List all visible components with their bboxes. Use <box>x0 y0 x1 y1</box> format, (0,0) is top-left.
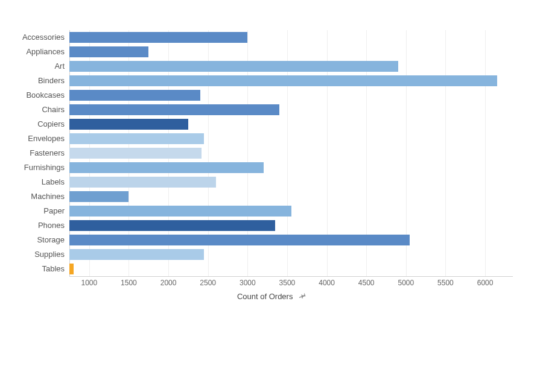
x-tick-label: 4500 <box>358 279 375 287</box>
bar-row <box>69 189 513 204</box>
bar-row <box>69 247 513 262</box>
bar-row <box>69 45 513 59</box>
bar-row <box>69 175 513 189</box>
y-tick-label: Supplies <box>0 247 65 262</box>
pin-icon[interactable] <box>297 291 307 302</box>
y-tick-label: Tables <box>0 262 65 276</box>
y-tick-label: Art <box>0 59 65 74</box>
bar[interactable] <box>69 177 216 188</box>
bar-row <box>69 59 513 74</box>
y-tick-label: Storage <box>0 233 65 247</box>
y-tick-label: Binders <box>0 74 65 88</box>
bar[interactable] <box>69 264 74 274</box>
bar[interactable] <box>69 32 247 43</box>
bar-row <box>69 218 513 233</box>
y-tick-label: Copiers <box>0 117 65 131</box>
plot-area <box>69 30 513 276</box>
x-axis-line <box>69 276 513 277</box>
bar-row <box>69 103 513 117</box>
bar-row <box>69 160 513 175</box>
y-tick-label: Envelopes <box>0 131 65 146</box>
bar[interactable] <box>69 191 129 202</box>
y-tick-label: Accessories <box>0 30 65 45</box>
bar[interactable] <box>69 148 202 159</box>
bar[interactable] <box>69 46 148 57</box>
x-tick-label: 2500 <box>200 279 216 287</box>
bar-row <box>69 262 513 276</box>
x-tick-label: 4000 <box>319 279 335 287</box>
x-axis-title: Count of Orders <box>0 292 543 301</box>
x-tick-label: 1000 <box>81 279 97 287</box>
y-tick-label: Labels <box>0 175 65 189</box>
bar[interactable] <box>69 249 204 260</box>
bar[interactable] <box>69 235 410 245</box>
y-tick-label: Machines <box>0 189 65 204</box>
y-tick-label: Fasteners <box>0 146 65 160</box>
x-tick-label: 1500 <box>121 279 137 287</box>
bar-row <box>69 88 513 103</box>
y-tick-label: Paper <box>0 204 65 218</box>
x-axis-title-text: Count of Orders <box>237 292 293 301</box>
bar-row <box>69 30 513 45</box>
y-tick-label: Appliances <box>0 45 65 59</box>
x-tick-label: 3500 <box>279 279 296 287</box>
bar-row <box>69 204 513 218</box>
y-tick-label: Chairs <box>0 103 65 117</box>
bar[interactable] <box>69 119 188 130</box>
bar-row <box>69 233 513 247</box>
bar-row <box>69 117 513 131</box>
y-tick-label: Furnishings <box>0 160 65 175</box>
bar[interactable] <box>69 75 497 86</box>
y-tick-label: Bookcases <box>0 88 65 103</box>
bar-row <box>69 131 513 146</box>
x-tick-label: 6000 <box>477 279 494 287</box>
bar[interactable] <box>69 90 200 101</box>
bar[interactable] <box>69 61 398 72</box>
bar[interactable] <box>69 133 204 144</box>
x-tick-label: 5000 <box>398 279 414 287</box>
bar[interactable] <box>69 162 264 173</box>
chart-container: AccessoriesAppliancesArtBindersBookcases… <box>0 0 543 392</box>
y-tick-label: Phones <box>0 218 65 233</box>
x-tick-label: 5500 <box>437 279 454 287</box>
x-tick-label: 2000 <box>160 279 177 287</box>
bar-row <box>69 74 513 88</box>
bar[interactable] <box>69 206 291 217</box>
bar-row <box>69 146 513 160</box>
bar[interactable] <box>69 104 279 115</box>
x-tick-label: 3000 <box>240 279 256 287</box>
bar[interactable] <box>69 220 275 231</box>
